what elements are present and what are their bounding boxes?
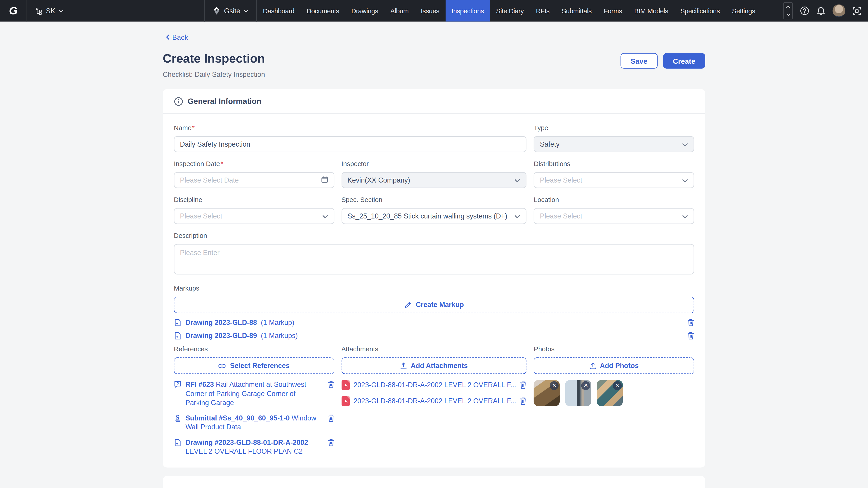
nav-tab-dashboard[interactable]: Dashboard [257, 0, 301, 22]
delete-markup-icon[interactable] [688, 319, 694, 326]
name-input[interactable] [180, 140, 521, 148]
create-button[interactable]: Create [663, 53, 705, 69]
inspector-field: Inspector Kevin(XX Company) [341, 160, 527, 188]
chevron-down-icon [682, 140, 688, 148]
type-value: Safety [540, 140, 679, 148]
org-tree-icon [35, 7, 42, 15]
title-actions: Save Create [621, 53, 705, 69]
select-references-button[interactable]: Select References [174, 357, 334, 374]
nav-tabs: Dashboard Documents Drawings Album Issue… [257, 0, 780, 22]
nav-tab-bim-models[interactable]: BIM Models [628, 0, 674, 22]
nav-right-cluster [780, 0, 868, 22]
markup-drawing-link[interactable]: Drawing 2023-GLD-88 [185, 319, 257, 326]
attachment-link[interactable]: 2023-GLD-88-01-DR-A-2002 LEVEL 2 OVERALL… [353, 381, 516, 389]
nav-tab-drawings[interactable]: Drawings [345, 0, 384, 22]
delete-markup-icon[interactable] [688, 332, 694, 339]
nav-tab-site-diary[interactable]: Site Diary [490, 0, 530, 22]
inspection-date-input-wrap [174, 172, 334, 188]
nav-tab-album[interactable]: Album [384, 0, 415, 22]
markup-item: Drawing 2023-GLD-89 (1 Markups) [174, 332, 694, 339]
nav-tab-forms[interactable]: Forms [598, 0, 628, 22]
photos-row: ✕ ✕ ✕ [534, 380, 694, 406]
fullscreen-icon[interactable] [852, 6, 861, 15]
inspection-date-label: Inspection Date* [174, 160, 334, 168]
upload-icon [400, 362, 407, 369]
nav-tab-settings[interactable]: Settings [726, 0, 761, 22]
markups-label: Markups [174, 285, 694, 292]
svg-text:?: ? [177, 381, 179, 386]
app-viewport: G SK Gsite Dashboard Documents [0, 0, 868, 488]
spec-section-select[interactable]: Ss_25_10_20_85 Stick curtain walling sys… [341, 208, 527, 224]
upload-icon [589, 362, 596, 369]
markups-section: Markups Create Markup [174, 285, 694, 340]
chevron-down-icon [322, 212, 328, 220]
link-icon [218, 363, 226, 368]
pdf-file-icon [341, 380, 350, 390]
product-switcher[interactable]: Gsite [205, 0, 256, 22]
reference-item: ? RFI #623 Rail Attachment at Southwest … [174, 380, 334, 408]
nav-tab-documents[interactable]: Documents [301, 0, 345, 22]
top-nav: G SK Gsite Dashboard Documents [0, 0, 868, 22]
markup-drawing-link[interactable]: Drawing 2023-GLD-89 [185, 332, 257, 339]
remove-photo-icon[interactable]: ✕ [613, 381, 622, 390]
help-icon[interactable] [800, 6, 809, 15]
nav-tab-issues[interactable]: Issues [415, 0, 445, 22]
general-information-card: General Information Name* Type [163, 89, 705, 467]
page-title: Create Inspection [163, 52, 265, 66]
back-link[interactable]: Back [166, 33, 188, 41]
delete-attachment-icon[interactable] [520, 397, 526, 405]
distributions-placeholder: Please Select [540, 176, 679, 184]
remove-photo-icon[interactable]: ✕ [581, 381, 590, 390]
delete-attachment-icon[interactable] [520, 381, 526, 389]
distributions-select[interactable]: Please Select [534, 172, 694, 188]
user-avatar[interactable] [833, 4, 845, 17]
scroll-up-icon[interactable] [786, 5, 790, 8]
markup-item: Drawing 2023-GLD-88 (1 Markup) [174, 319, 694, 326]
location-label: Location [534, 196, 694, 203]
product-label: Gsite [224, 7, 240, 15]
add-photos-button[interactable]: Add Photos [534, 357, 694, 374]
back-label: Back [172, 33, 188, 41]
photo-thumbnail[interactable]: ✕ [597, 380, 623, 406]
type-select[interactable]: Safety [534, 136, 694, 152]
attachment-item: 2023-GLD-88-01-DR-A-2002 LEVEL 2 OVERALL… [341, 380, 527, 390]
scroll-down-icon[interactable] [786, 13, 790, 16]
org-switcher[interactable]: SK [27, 0, 71, 22]
photo-thumbnail[interactable]: ✕ [534, 380, 560, 406]
delete-reference-icon[interactable] [328, 414, 334, 432]
nav-tab-submittals[interactable]: Submittals [556, 0, 598, 22]
reference-item: Submittal #Ss_40_90_60_95-1-0 Window Wal… [174, 414, 334, 432]
add-attachments-button[interactable]: Add Attachments [341, 357, 527, 374]
reference-link[interactable]: Submittal #Ss_40_90_60_95-1-0 Window Wal… [185, 414, 320, 432]
references-label: References [174, 345, 334, 353]
location-select[interactable]: Please Select [534, 208, 694, 224]
inspector-select[interactable]: Kevin(XX Company) [341, 172, 527, 188]
app-logo[interactable]: G [0, 0, 27, 22]
create-markup-button[interactable]: Create Markup [174, 297, 694, 313]
reference-link[interactable]: RFI #623 Rail Attachment at Southwest Co… [185, 380, 320, 408]
attachment-item: 2023-GLD-88-01-DR-A-2002 LEVEL 2 OVERALL… [341, 396, 527, 406]
attachment-link[interactable]: 2023-GLD-88-01-DR-A-2002 LEVEL 2 OVERALL… [353, 397, 516, 405]
photo-thumbnail[interactable]: ✕ [565, 380, 591, 406]
nav-scroll-buttons [783, 2, 793, 20]
distributions-field: Distributions Please Select [534, 160, 694, 188]
discipline-select[interactable]: Please Select [174, 208, 334, 224]
gsite-logo-icon [213, 6, 221, 15]
description-textarea[interactable] [174, 244, 694, 274]
section-title: General Information [188, 97, 261, 106]
inspection-date-input[interactable] [180, 176, 318, 184]
nav-tab-rfis[interactable]: RFIs [530, 0, 556, 22]
nav-tab-specifications[interactable]: Specifications [674, 0, 726, 22]
reference-link[interactable]: Drawing #2023-GLD-88-01-DR-A-2002 LEVEL … [185, 438, 320, 456]
name-input-wrap [174, 136, 527, 152]
nav-tab-inspections[interactable]: Inspections [445, 0, 490, 22]
delete-reference-icon[interactable] [328, 381, 334, 408]
reference-item: Drawing #2023-GLD-88-01-DR-A-2002 LEVEL … [174, 438, 334, 456]
save-button[interactable]: Save [621, 53, 657, 69]
remove-photo-icon[interactable]: ✕ [550, 381, 559, 390]
spec-section-value: Ss_25_10_20_85 Stick curtain walling sys… [347, 212, 511, 220]
calendar-icon [321, 176, 328, 185]
notifications-bell-icon[interactable] [816, 6, 825, 15]
delete-reference-icon[interactable] [328, 438, 334, 456]
name-field: Name* [174, 124, 527, 152]
